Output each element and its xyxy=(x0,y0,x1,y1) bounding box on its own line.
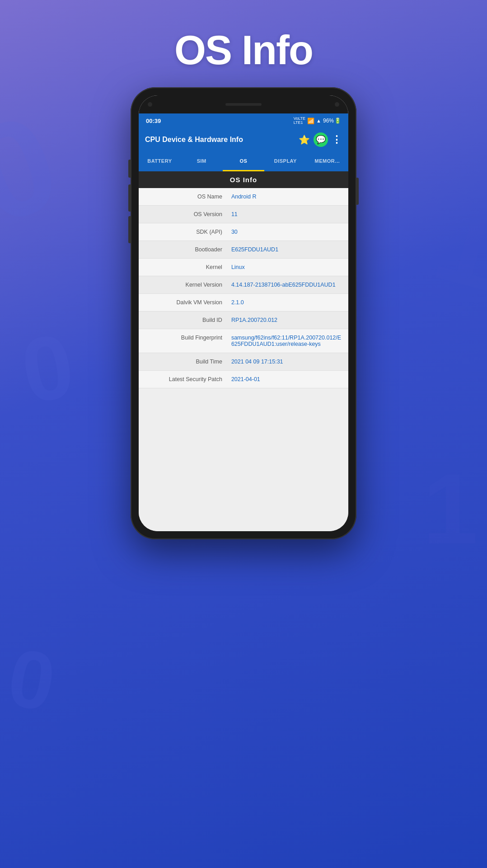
app-bar: CPU Device & Hardware Info ⭐ 💬 ⋮ xyxy=(139,128,348,151)
info-label: Kernel Version xyxy=(139,276,227,293)
star-icon[interactable]: ⭐ xyxy=(299,134,310,145)
table-row: OS Name Android R xyxy=(139,188,348,206)
app-bar-title: CPU Device & Hardware Info xyxy=(145,136,295,144)
table-row: Dalvik VM Version 2.1.0 xyxy=(139,294,348,311)
info-value: samsung/f62ins/f62:11/RP1A.200720.012/E6… xyxy=(227,329,348,353)
table-row: Build Time 2021 04 09 17:15:31 xyxy=(139,353,348,371)
phone-frame: 00:39 VoLTELTE1 📶 ▲ 96% 🔋 CPU Device & H… xyxy=(131,87,356,539)
selfie-camera xyxy=(335,102,339,107)
table-row: OS Version 11 xyxy=(139,206,348,223)
info-label: OS Version xyxy=(139,206,227,223)
tab-sim[interactable]: SIM xyxy=(181,151,223,171)
whatsapp-button[interactable]: 💬 xyxy=(314,132,328,147)
tab-os[interactable]: OS xyxy=(223,151,265,171)
info-value: 2021 04 09 17:15:31 xyxy=(227,353,348,370)
front-camera xyxy=(148,102,152,107)
more-options-button[interactable]: ⋮ xyxy=(332,134,342,146)
status-bar: 00:39 VoLTELTE1 📶 ▲ 96% 🔋 xyxy=(139,113,348,128)
info-value: Android R xyxy=(227,188,348,205)
speaker xyxy=(225,103,262,106)
bixby-button xyxy=(128,216,131,243)
tabs-bar: BATTERY SIM OS DISPLAY MEMOR… xyxy=(139,151,348,171)
tab-memory[interactable]: MEMOR… xyxy=(306,151,348,171)
volume-down-button xyxy=(128,184,131,212)
info-label: Latest Security Patch xyxy=(139,371,227,388)
phone-screen: 00:39 VoLTELTE1 📶 ▲ 96% 🔋 CPU Device & H… xyxy=(139,95,348,531)
section-header: OS Info xyxy=(139,171,348,188)
info-label: Build Fingerprint xyxy=(139,329,227,346)
status-time: 00:39 xyxy=(146,118,161,124)
info-value: Linux xyxy=(227,259,348,276)
volume-up-button xyxy=(128,160,131,178)
info-value: E625FDDU1AUD1 xyxy=(227,241,348,258)
os-info-table: OS Name Android R OS Version 11 SDK (API… xyxy=(139,188,348,388)
info-value: 30 xyxy=(227,223,348,241)
page-title: OS Info xyxy=(174,27,313,74)
table-row: Kernel Version 4.14.187-21387106-abE625F… xyxy=(139,276,348,294)
network-icon: VoLTELTE1 xyxy=(294,117,305,125)
table-row: Build Fingerprint samsung/f62ins/f62:11/… xyxy=(139,329,348,353)
status-icons: VoLTELTE1 📶 ▲ 96% 🔋 xyxy=(294,117,341,125)
info-value: 11 xyxy=(227,206,348,223)
table-row: Kernel Linux xyxy=(139,259,348,276)
info-label: SDK (API) xyxy=(139,223,227,241)
info-label: Kernel xyxy=(139,259,227,276)
table-row: Bootloader E625FDDU1AUD1 xyxy=(139,241,348,259)
info-value: 2021-04-01 xyxy=(227,371,348,388)
info-value: RP1A.200720.012 xyxy=(227,311,348,329)
info-value: 4.14.187-21387106-abE625FDDU1AUD1 xyxy=(227,276,348,293)
info-label: Dalvik VM Version xyxy=(139,294,227,311)
info-label: Bootloader xyxy=(139,241,227,258)
signal-icon: 📶 xyxy=(307,118,314,124)
table-row: Latest Security Patch 2021-04-01 xyxy=(139,371,348,388)
power-button xyxy=(356,178,359,205)
tab-display[interactable]: DISPLAY xyxy=(264,151,306,171)
content-area: OS Info OS Name Android R OS Version 11 … xyxy=(139,171,348,531)
info-label: Build Time xyxy=(139,353,227,370)
phone-notch xyxy=(139,95,348,113)
info-value: 2.1.0 xyxy=(227,294,348,311)
battery-icon: 96% 🔋 xyxy=(323,118,341,124)
tab-battery[interactable]: BATTERY xyxy=(139,151,181,171)
info-label: OS Name xyxy=(139,188,227,205)
whatsapp-icon: 💬 xyxy=(316,135,326,145)
info-label: Build ID xyxy=(139,311,227,329)
wifi-icon: ▲ xyxy=(316,118,321,123)
table-row: Build ID RP1A.200720.012 xyxy=(139,311,348,329)
table-row: SDK (API) 30 xyxy=(139,223,348,241)
